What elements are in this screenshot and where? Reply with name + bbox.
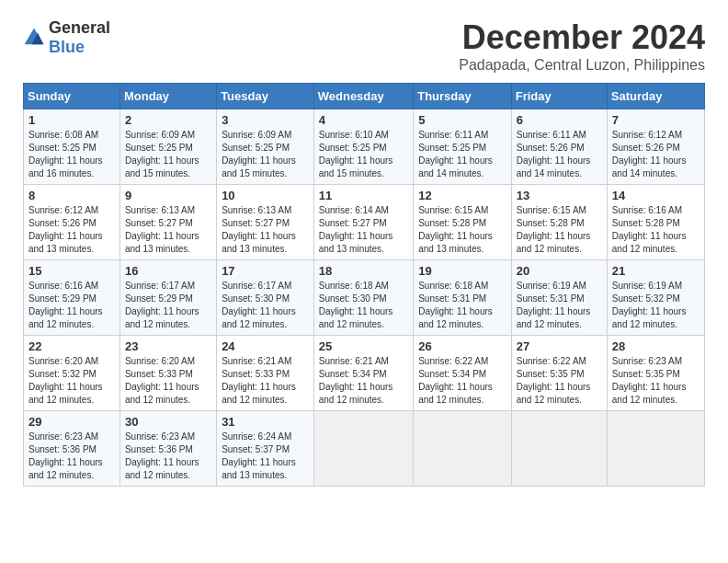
col-wednesday: Wednesday — [313, 84, 413, 109]
day-info: Sunrise: 6:16 AMSunset: 5:28 PMDaylight:… — [612, 205, 687, 254]
month-title: December 2024 — [459, 18, 705, 57]
day-info: Sunrise: 6:22 AMSunset: 5:34 PMDaylight:… — [418, 356, 493, 405]
day-number: 10 — [222, 189, 309, 202]
day-number: 18 — [319, 264, 408, 278]
day-cell: 24 Sunrise: 6:21 AMSunset: 5:33 PMDaylig… — [217, 336, 314, 411]
day-info: Sunrise: 6:23 AMSunset: 5:36 PMDaylight:… — [28, 431, 103, 480]
day-cell: 14 Sunrise: 6:16 AMSunset: 5:28 PMDaylig… — [607, 185, 704, 260]
page-header: General Blue December 2024 Padapada, Cen… — [23, 18, 705, 74]
day-info: Sunrise: 6:18 AMSunset: 5:30 PMDaylight:… — [319, 281, 393, 329]
header-row: Sunday Monday Tuesday Wednesday Thursday… — [24, 84, 705, 109]
day-cell: 6 Sunrise: 6:11 AMSunset: 5:26 PMDayligh… — [511, 109, 607, 185]
day-info: Sunrise: 6:16 AMSunset: 5:29 PMDaylight:… — [28, 281, 103, 329]
day-info: Sunrise: 6:14 AMSunset: 5:27 PMDaylight:… — [319, 205, 393, 254]
day-number: 20 — [517, 264, 602, 278]
title-area: December 2024 Padapada, Central Luzon, P… — [459, 18, 705, 74]
day-cell: 4 Sunrise: 6:10 AMSunset: 5:25 PMDayligh… — [313, 109, 413, 185]
day-number: 22 — [28, 339, 115, 353]
day-number: 29 — [28, 415, 115, 429]
day-number: 25 — [319, 339, 408, 353]
col-saturday: Saturday — [607, 84, 704, 109]
day-info: Sunrise: 6:12 AMSunset: 5:26 PMDaylight:… — [28, 205, 103, 254]
day-number: 6 — [517, 113, 602, 127]
week-row-5: 29 Sunrise: 6:23 AMSunset: 5:36 PMDaylig… — [24, 411, 705, 487]
day-info: Sunrise: 6:09 AMSunset: 5:25 PMDaylight:… — [125, 130, 199, 178]
logo-blue: Blue — [49, 38, 85, 56]
day-number: 19 — [418, 264, 506, 278]
day-number: 15 — [28, 264, 115, 278]
day-cell: 11 Sunrise: 6:14 AMSunset: 5:27 PMDaylig… — [313, 185, 413, 260]
logo: General Blue — [23, 18, 110, 57]
day-info: Sunrise: 6:09 AMSunset: 5:25 PMDaylight:… — [222, 130, 296, 178]
day-info: Sunrise: 6:13 AMSunset: 5:27 PMDaylight:… — [222, 205, 296, 254]
day-cell: 29 Sunrise: 6:23 AMSunset: 5:36 PMDaylig… — [24, 411, 120, 487]
day-cell: 2 Sunrise: 6:09 AMSunset: 5:25 PMDayligh… — [119, 109, 216, 185]
day-number: 26 — [418, 339, 506, 353]
day-number: 23 — [125, 339, 211, 353]
location-title: Padapada, Central Luzon, Philippines — [459, 57, 705, 74]
day-cell: 8 Sunrise: 6:12 AMSunset: 5:26 PMDayligh… — [24, 185, 120, 260]
day-number: 27 — [517, 339, 602, 353]
day-info: Sunrise: 6:21 AMSunset: 5:33 PMDaylight:… — [222, 356, 296, 405]
calendar-body: 1 Sunrise: 6:08 AMSunset: 5:25 PMDayligh… — [24, 109, 705, 487]
day-cell: 19 Sunrise: 6:18 AMSunset: 5:31 PMDaylig… — [414, 260, 512, 336]
day-number: 21 — [612, 264, 700, 278]
day-number: 7 — [612, 113, 700, 127]
day-info: Sunrise: 6:15 AMSunset: 5:28 PMDaylight:… — [517, 205, 591, 254]
day-cell: 17 Sunrise: 6:17 AMSunset: 5:30 PMDaylig… — [217, 260, 314, 336]
day-info: Sunrise: 6:24 AMSunset: 5:37 PMDaylight:… — [222, 431, 296, 480]
day-cell: 25 Sunrise: 6:21 AMSunset: 5:34 PMDaylig… — [313, 336, 413, 411]
day-info: Sunrise: 6:20 AMSunset: 5:32 PMDaylight:… — [28, 356, 103, 405]
day-number: 14 — [612, 189, 700, 202]
day-cell: 31 Sunrise: 6:24 AMSunset: 5:37 PMDaylig… — [217, 411, 314, 487]
calendar-table: Sunday Monday Tuesday Wednesday Thursday… — [23, 83, 705, 487]
day-number: 11 — [319, 189, 408, 202]
col-monday: Monday — [119, 84, 216, 109]
day-number: 2 — [125, 113, 211, 127]
day-info: Sunrise: 6:19 AMSunset: 5:31 PMDaylight:… — [517, 281, 591, 329]
day-number: 28 — [612, 339, 700, 353]
day-info: Sunrise: 6:08 AMSunset: 5:25 PMDaylight:… — [28, 130, 103, 178]
day-cell: 21 Sunrise: 6:19 AMSunset: 5:32 PMDaylig… — [607, 260, 704, 336]
day-info: Sunrise: 6:21 AMSunset: 5:34 PMDaylight:… — [319, 356, 393, 405]
day-info: Sunrise: 6:23 AMSunset: 5:36 PMDaylight:… — [125, 431, 199, 480]
day-cell: 7 Sunrise: 6:12 AMSunset: 5:26 PMDayligh… — [607, 109, 704, 185]
day-info: Sunrise: 6:17 AMSunset: 5:29 PMDaylight:… — [125, 281, 199, 329]
day-info: Sunrise: 6:10 AMSunset: 5:25 PMDaylight:… — [319, 130, 393, 178]
day-cell — [607, 411, 704, 487]
day-cell: 9 Sunrise: 6:13 AMSunset: 5:27 PMDayligh… — [119, 185, 216, 260]
week-row-3: 15 Sunrise: 6:16 AMSunset: 5:29 PMDaylig… — [24, 260, 705, 336]
day-cell: 23 Sunrise: 6:20 AMSunset: 5:33 PMDaylig… — [119, 336, 216, 411]
day-info: Sunrise: 6:20 AMSunset: 5:33 PMDaylight:… — [125, 356, 199, 405]
logo-icon — [23, 27, 45, 49]
day-number: 9 — [125, 189, 211, 202]
day-info: Sunrise: 6:23 AMSunset: 5:35 PMDaylight:… — [612, 356, 687, 405]
day-number: 16 — [125, 264, 211, 278]
day-number: 30 — [125, 415, 211, 429]
day-info: Sunrise: 6:18 AMSunset: 5:31 PMDaylight:… — [418, 281, 493, 329]
col-sunday: Sunday — [24, 84, 120, 109]
day-cell: 5 Sunrise: 6:11 AMSunset: 5:25 PMDayligh… — [414, 109, 512, 185]
col-thursday: Thursday — [414, 84, 512, 109]
day-cell: 13 Sunrise: 6:15 AMSunset: 5:28 PMDaylig… — [511, 185, 607, 260]
day-cell — [313, 411, 413, 487]
day-number: 3 — [222, 113, 309, 127]
day-number: 31 — [222, 415, 309, 429]
day-cell: 1 Sunrise: 6:08 AMSunset: 5:25 PMDayligh… — [24, 109, 120, 185]
day-cell: 15 Sunrise: 6:16 AMSunset: 5:29 PMDaylig… — [24, 260, 120, 336]
day-cell: 28 Sunrise: 6:23 AMSunset: 5:35 PMDaylig… — [607, 336, 704, 411]
day-cell: 30 Sunrise: 6:23 AMSunset: 5:36 PMDaylig… — [119, 411, 216, 487]
day-number: 24 — [222, 339, 309, 353]
day-info: Sunrise: 6:11 AMSunset: 5:26 PMDaylight:… — [517, 130, 591, 178]
day-cell: 16 Sunrise: 6:17 AMSunset: 5:29 PMDaylig… — [119, 260, 216, 336]
day-info: Sunrise: 6:19 AMSunset: 5:32 PMDaylight:… — [612, 281, 687, 329]
day-cell: 27 Sunrise: 6:22 AMSunset: 5:35 PMDaylig… — [511, 336, 607, 411]
day-number: 17 — [222, 264, 309, 278]
day-info: Sunrise: 6:11 AMSunset: 5:25 PMDaylight:… — [418, 130, 493, 178]
day-number: 13 — [517, 189, 602, 202]
day-info: Sunrise: 6:15 AMSunset: 5:28 PMDaylight:… — [418, 205, 493, 254]
day-number: 1 — [28, 113, 115, 127]
logo-general: General — [49, 18, 110, 37]
day-cell — [511, 411, 607, 487]
day-cell: 12 Sunrise: 6:15 AMSunset: 5:28 PMDaylig… — [414, 185, 512, 260]
